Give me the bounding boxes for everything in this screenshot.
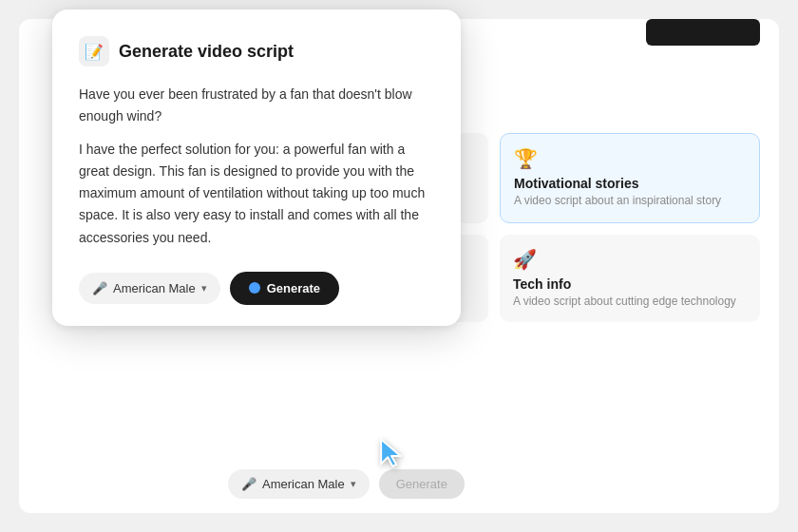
- card-motivational[interactable]: 🏆 Motivational stories A video script ab…: [500, 133, 760, 223]
- generate-btn-dot: [249, 282, 260, 294]
- bottom-bar-right: 🎤 American Male ▾ Generate: [228, 469, 760, 499]
- popup-title: Generate video script: [119, 42, 294, 62]
- generate-button-right[interactable]: Generate: [379, 469, 465, 499]
- card-tech-title: Tech info: [513, 276, 747, 292]
- popup-paragraph2: I have the perfect solution for you: a p…: [79, 139, 434, 248]
- card-tech[interactable]: 🚀 Tech info A video script about cutting…: [500, 235, 760, 323]
- generate-label-right: Generate: [396, 477, 447, 491]
- chevron-down-icon-popup: ▾: [201, 282, 207, 294]
- voice-select-popup[interactable]: 🎤 American Male ▾: [79, 273, 220, 304]
- card-motivational-title: Motivational stories: [514, 176, 746, 191]
- voice-label-right: American Male: [262, 477, 345, 491]
- mic-icon-popup: 🎤: [92, 281, 107, 295]
- popup-header-icon: 📝: [79, 36, 109, 66]
- generate-script-popup: 📝 Generate video script Have you ever be…: [52, 10, 461, 326]
- mic-icon-right: 🎤: [241, 477, 256, 491]
- tech-icon: 🚀: [513, 248, 747, 271]
- popup-content: Have you ever been frustrated by a fan t…: [79, 84, 434, 249]
- generate-label-popup: Generate: [267, 281, 320, 295]
- card-tech-desc: A video script about cutting edge techno…: [513, 294, 747, 310]
- voice-select-right[interactable]: 🎤 American Male ▾: [228, 469, 370, 499]
- motivational-icon: 🏆: [514, 147, 746, 170]
- card-motivational-desc: A video script about an inspirational st…: [514, 194, 746, 209]
- voice-label-popup: American Male: [113, 281, 196, 295]
- script-icon: 📝: [85, 43, 104, 61]
- popup-footer: 🎤 American Male ▾ Generate: [79, 272, 434, 305]
- chevron-down-icon-right: ▾: [351, 478, 356, 490]
- popup-header: 📝 Generate video script: [79, 36, 434, 66]
- popup-paragraph1: Have you ever been frustrated by a fan t…: [79, 84, 434, 127]
- generate-button-popup[interactable]: Generate: [230, 272, 339, 305]
